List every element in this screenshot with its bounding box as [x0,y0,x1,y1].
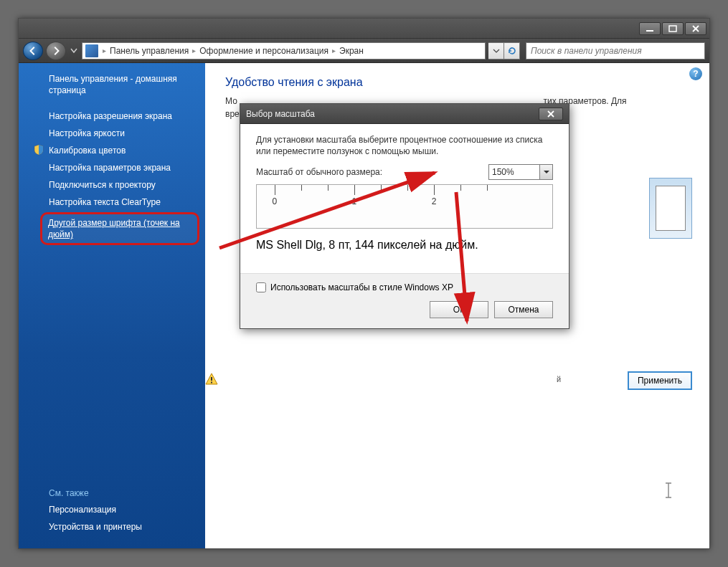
back-button[interactable] [23,42,43,60]
shield-icon [33,144,44,156]
ruler-tick-2: 2 [432,196,437,206]
xp-style-checkbox[interactable] [256,282,266,292]
history-dropdown-icon[interactable] [69,44,79,57]
help-icon[interactable]: ? [689,67,702,80]
dialog-titlebar: Выбор масштаба [240,104,569,124]
svg-rect-4 [211,377,212,381]
ruler-tick-1: 1 [352,196,357,206]
dialog-footer: Использовать масштабы в стиле Windows XP… [240,273,569,328]
control-panel-icon [85,44,98,57]
scale-combobox[interactable]: 150% [488,164,540,180]
maximize-button[interactable] [662,22,684,35]
control-panel-window: ▸ Панель управления ▸ Оформление и персо… [18,18,710,549]
sidebar-item-cleartype[interactable]: Настройка текста ClearType [19,194,205,211]
scale-label: Масштаб от обычного размера: [256,167,488,177]
text-cursor-icon [663,482,673,498]
cancel-button[interactable]: Отмена [494,301,553,318]
truncated-text: й [557,375,561,383]
dialog-body: Для установки масштаба выберите процентн… [240,124,569,273]
sidebar-item-screen-params[interactable]: Настройка параметров экрана [19,159,205,176]
refresh-button[interactable] [504,42,520,59]
sidebar-item-personalization[interactable]: Персонализация [19,501,205,518]
scale-dialog: Выбор масштаба Для установки масштаба вы… [240,103,569,329]
sidebar: Панель управления - домашняя страница На… [19,63,205,548]
close-button[interactable] [685,22,706,35]
sidebar-item-calibration[interactable]: Калибровка цветов [19,142,205,159]
apply-button[interactable]: Применить [628,371,692,390]
warning-icon [205,373,218,386]
sample-text: MS Shell Dlg, 8 пт, 144 пикселей на дюйм… [256,239,553,252]
breadcrumb-item[interactable]: Экран [337,46,366,56]
navigation-bar: ▸ Панель управления ▸ Оформление и персо… [19,39,709,63]
svg-rect-1 [669,26,676,32]
address-bar[interactable]: ▸ Панель управления ▸ Оформление и персо… [82,42,486,59]
breadcrumb-item[interactable]: Оформление и персонализация [197,46,331,56]
forward-button[interactable] [46,42,66,60]
search-input[interactable] [531,46,700,56]
breadcrumb-item[interactable]: Панель управления [108,46,191,56]
sidebar-item-brightness[interactable]: Настройка яркости [19,125,205,142]
dialog-close-button[interactable] [539,108,563,120]
ruler-tick-0: 0 [272,196,277,206]
window-titlebar [19,19,709,39]
dialog-instructions: Для установки масштаба выберите процентн… [256,134,553,157]
preview-thumbnail [649,178,692,239]
scale-value: 150% [492,167,514,177]
svg-rect-5 [211,382,212,383]
sidebar-item-devices-printers[interactable]: Устройства и принтеры [19,518,205,535]
see-also-label: См. также [19,485,205,501]
scale-dropdown-button[interactable] [540,164,553,180]
dialog-title: Выбор масштаба [246,109,539,119]
search-field[interactable] [526,42,705,59]
sidebar-item-projector[interactable]: Подключиться к проектору [19,176,205,194]
ok-button[interactable]: ОК [430,301,488,318]
xp-style-label: Использовать масштабы в стиле Windows XP [270,282,453,292]
page-title: Удобство чтения с экрана [225,76,689,89]
sidebar-home-link[interactable]: Панель управления - домашняя страница [19,73,205,99]
svg-rect-0 [646,30,653,32]
sidebar-item-resolution[interactable]: Настройка разрешения экрана [19,108,205,125]
minimize-button[interactable] [639,22,661,35]
ruler-slider[interactable]: 0 1 2 [256,184,553,229]
address-dropdown-icon[interactable] [488,42,504,59]
sidebar-item-dpi[interactable]: Другой размер шрифта (точек на дюйм) [40,212,199,245]
